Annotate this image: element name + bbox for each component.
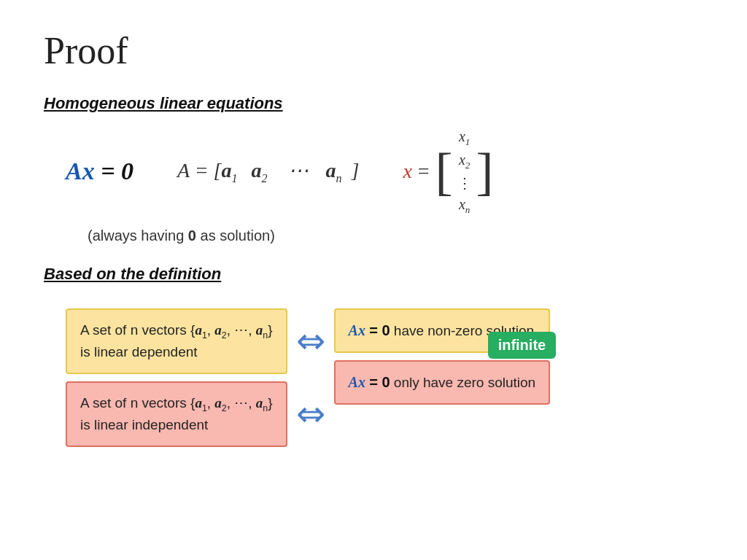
a-definition: A = [a1 a2 ⋯ an ] xyxy=(177,158,359,185)
arrow-dependent: ⇔ xyxy=(296,324,325,359)
infinite-badge: infinite xyxy=(488,332,557,359)
always-note: (always having 0 as solution) xyxy=(88,228,703,244)
zero-solution-box: Ax = 0 only have zero solution xyxy=(334,360,551,405)
homogeneous-label: Homogeneous linear equations xyxy=(44,94,283,113)
homogeneous-section: Homogeneous linear equations Ax = 0 A = … xyxy=(44,94,703,244)
arrow-col: ⇔ ⇔ xyxy=(287,308,334,447)
page-title: Proof xyxy=(44,29,703,72)
linear-independent-box: A set of n vectors {a1, a2, ⋯, an} is li… xyxy=(66,381,287,447)
boxes-area: A set of n vectors {a1, a2, ⋯, an} is li… xyxy=(66,308,703,447)
arrow-independent: ⇔ xyxy=(296,397,325,432)
page: Proof Homogeneous linear equations Ax = … xyxy=(0,0,747,476)
x-definition: x = [ x1 x2 ⋮ xn ] xyxy=(403,123,493,220)
linear-dependent-box: A set of n vectors {a1, a2, ⋯, an} is li… xyxy=(66,308,287,374)
definition-label: Based on the definition xyxy=(44,265,221,284)
right-boxes: Ax = 0 have non-zero solution infinite A… xyxy=(334,308,551,447)
left-boxes: A set of n vectors {a1, a2, ⋯, an} is li… xyxy=(66,308,287,447)
equation-row: Ax = 0 A = [a1 a2 ⋯ an ] x = [ xyxy=(66,123,703,220)
nonzero-solution-box: Ax = 0 have non-zero solution infinite xyxy=(334,308,551,353)
based-section: Based on the definition xyxy=(44,265,703,294)
ax-equals-zero: Ax = 0 xyxy=(66,158,133,185)
